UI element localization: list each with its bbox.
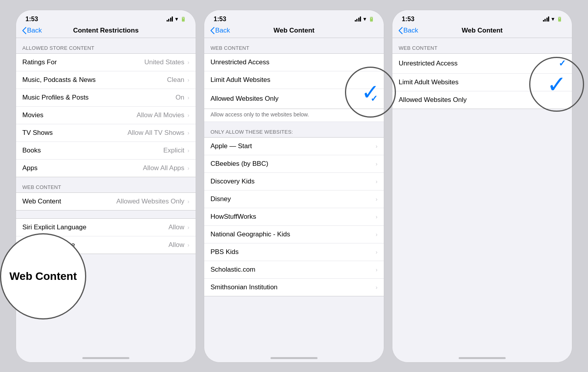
back-button-2[interactable]: Back xyxy=(211,27,230,34)
checkmark-annotation-circle-3: ✓ xyxy=(529,57,584,112)
back-button-1[interactable]: Back xyxy=(22,27,42,34)
home-indicator-2 xyxy=(204,350,384,362)
signal-icon-2 xyxy=(355,16,361,22)
empty-area-3 xyxy=(392,109,572,305)
phone-wrapper-1: 1:53 ▾ 🔋 Back Content Restrictions xyxy=(12,10,200,363)
list-item-disney[interactable]: Disney › xyxy=(204,191,384,208)
list-group-web-content: Web Content Allowed Websites Only › xyxy=(16,192,196,210)
home-indicator-1 xyxy=(16,350,196,362)
wifi-icon-3: ▾ xyxy=(552,16,554,22)
chevron-icon: › xyxy=(376,143,377,149)
section-header-web-content: WEB CONTENT xyxy=(16,177,196,192)
list-group-store-content: Ratings For United States › Music, Podca… xyxy=(16,53,196,177)
nav-bar-2: Back Web Content xyxy=(204,25,384,38)
status-icons-2: ▾ 🔋 xyxy=(355,16,375,22)
list-item-pbs-kids[interactable]: PBS Kids › xyxy=(204,243,384,261)
home-bar-3 xyxy=(459,357,506,359)
battery-icon-2: 🔋 xyxy=(368,16,374,22)
battery-icon-3: 🔋 xyxy=(557,16,563,22)
status-time-2: 1:53 xyxy=(214,16,226,23)
status-bar-2: 1:53 ▾ 🔋 xyxy=(204,10,384,25)
list-item-apple-start[interactable]: Apple — Start › xyxy=(204,138,384,155)
phone-wrapper-2: 1:53 ▾ 🔋 Back Web Content xyxy=(200,10,388,363)
list-item-scholastic[interactable]: Scholastic.com › xyxy=(204,261,384,279)
list-item-music-profiles[interactable]: Music Profiles & Posts On › xyxy=(16,89,196,107)
status-time-1: 1:53 xyxy=(25,16,38,23)
list-item-ratings-for[interactable]: Ratings For United States › xyxy=(16,54,196,71)
nav-bar-3: Back Web Content xyxy=(392,25,572,38)
list-item-unrestricted[interactable]: Unrestricted Access xyxy=(204,54,384,71)
chevron-icon: › xyxy=(376,284,377,290)
chevron-icon: › xyxy=(187,130,189,136)
battery-icon-1: 🔋 xyxy=(180,16,186,22)
chevron-icon: › xyxy=(376,214,377,220)
signal-icon-3 xyxy=(543,16,550,22)
status-icons-1: ▾ 🔋 xyxy=(167,16,187,22)
signal-icon-1 xyxy=(167,16,173,22)
chevron-icon: › xyxy=(376,249,377,255)
chevron-icon: › xyxy=(376,161,377,167)
section-header-allowed-store: ALLOWED STORE CONTENT xyxy=(16,38,196,53)
status-bar-1: 1:53 ▾ 🔋 xyxy=(16,10,196,25)
section-header-web-content-3: WEB CONTENT xyxy=(392,38,572,53)
nav-bar-1: Back Content Restrictions xyxy=(16,25,196,38)
list-item-nat-geo-kids[interactable]: National Geographic - Kids › xyxy=(204,226,384,243)
nav-title-2: Web Content xyxy=(274,27,315,34)
chevron-icon: › xyxy=(376,267,377,273)
section-header-web-content-2: WEB CONTENT xyxy=(204,38,384,53)
chevron-icon: › xyxy=(187,224,189,230)
status-time-3: 1:53 xyxy=(402,16,414,23)
nav-title-3: Web Content xyxy=(462,27,503,34)
checkmark-circle-icon-2: ✓ xyxy=(361,80,379,105)
back-button-3[interactable]: Back xyxy=(399,27,418,34)
chevron-icon: › xyxy=(187,165,189,171)
web-content-annotation-circle: Web Content xyxy=(0,233,86,319)
chevron-left-icon-3 xyxy=(399,27,403,34)
chevron-left-icon-2 xyxy=(211,27,214,34)
chevron-icon: › xyxy=(376,196,377,202)
list-group-allowed-sites: Apple — Start › CBeebies (by BBC) › Disc… xyxy=(204,137,384,296)
chevron-icon: › xyxy=(187,77,189,83)
list-item-books[interactable]: Books Explicit › xyxy=(16,142,196,160)
web-content-circle-label: Web Content xyxy=(5,266,81,287)
checkmark-annotation-circle-2: ✓ xyxy=(345,67,396,118)
list-item-smithsonian[interactable]: Smithsonian Institution › xyxy=(204,279,384,296)
section-header-only-allow: ONLY ALLOW THESE WEBSITES: xyxy=(204,122,384,137)
home-bar-1 xyxy=(82,357,129,359)
list-item-cbeebies[interactable]: CBeebies (by BBC) › xyxy=(204,155,384,173)
chevron-icon: › xyxy=(187,147,189,154)
wifi-icon-1: ▾ xyxy=(175,16,178,22)
list-item-apps[interactable]: Apps Allow All Apps › xyxy=(16,160,196,177)
checkmark-circle-icon-3: ✓ xyxy=(547,71,566,98)
list-item-movies[interactable]: Movies Allow All Movies › xyxy=(16,107,196,124)
home-bar-2 xyxy=(270,357,318,359)
home-indicator-3 xyxy=(392,350,572,362)
status-icons-3: ▾ 🔋 xyxy=(543,16,563,22)
chevron-icon: › xyxy=(376,231,377,238)
chevron-icon: › xyxy=(187,242,189,248)
nav-title-1: Content Restrictions xyxy=(73,27,138,34)
status-bar-3: 1:53 ▾ 🔋 xyxy=(392,10,572,25)
list-item-howstuffworks[interactable]: HowStuffWorks › xyxy=(204,208,384,226)
list-item-tv-shows[interactable]: TV Shows Allow All TV Shows › xyxy=(16,124,196,142)
list-item-music-podcasts[interactable]: Music, Podcasts & News Clean › xyxy=(16,71,196,89)
phone-wrapper-3: 1:53 ▾ 🔋 Back Web Content xyxy=(388,10,576,363)
chevron-icon: › xyxy=(187,198,189,205)
phone-screen-2: 1:53 ▾ 🔋 Back Web Content xyxy=(204,10,384,363)
wifi-icon-2: ▾ xyxy=(363,16,366,22)
chevron-icon: › xyxy=(187,94,189,101)
list-item-web-content[interactable]: Web Content Allowed Websites Only › xyxy=(16,193,196,210)
chevron-left-icon-1 xyxy=(22,27,26,34)
chevron-icon: › xyxy=(187,59,189,65)
chevron-icon: › xyxy=(376,178,377,185)
list-item-discovery-kids[interactable]: Discovery Kids › xyxy=(204,173,384,191)
chevron-icon: › xyxy=(187,112,189,118)
